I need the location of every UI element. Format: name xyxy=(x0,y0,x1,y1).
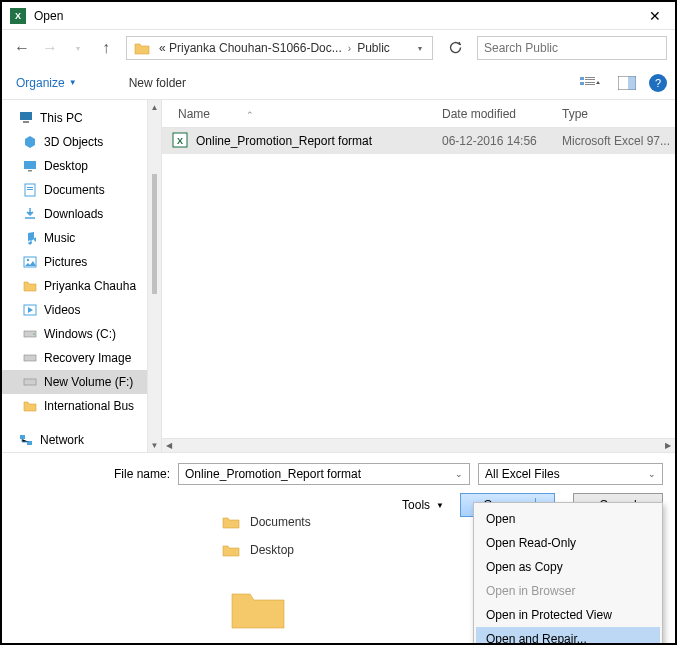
svg-rect-13 xyxy=(27,187,33,188)
tree-item[interactable]: Recovery Image xyxy=(2,346,161,370)
window-title: Open xyxy=(34,9,643,23)
tree-item[interactable]: Pictures xyxy=(2,250,161,274)
folder-icon xyxy=(131,37,153,59)
desktop-icon xyxy=(22,158,38,174)
svg-point-16 xyxy=(27,259,29,261)
music-icon xyxy=(22,230,38,246)
folder-icon xyxy=(222,543,240,557)
history-dropdown[interactable]: ▾ xyxy=(408,44,432,53)
tree-item[interactable]: Documents xyxy=(2,178,161,202)
tree-item[interactable]: Desktop xyxy=(2,154,161,178)
svg-point-19 xyxy=(33,333,35,335)
menu-open-protected[interactable]: Open in Protected View xyxy=(476,603,660,627)
sidebar-scrollbar[interactable]: ▲ ▼ xyxy=(147,100,161,452)
menu-open[interactable]: Open xyxy=(476,507,660,531)
sort-ascending-icon: ⌃ xyxy=(246,110,254,120)
crumb-segment[interactable]: « Priyanka Chouhan-S1066-Doc... xyxy=(157,41,344,55)
file-row[interactable]: X Online_Promotion_Report format 06-12-2… xyxy=(162,128,675,154)
filename-label: File name: xyxy=(114,467,170,481)
column-headers[interactable]: Name⌃ Date modified Type xyxy=(162,100,675,128)
svg-rect-2 xyxy=(585,79,595,80)
breadcrumb[interactable]: « Priyanka Chouhan-S1066-Doc... › Public… xyxy=(126,36,433,60)
file-type: Microsoft Excel 97... xyxy=(562,134,675,148)
tree-item[interactable]: 3D Objects xyxy=(2,130,161,154)
svg-rect-1 xyxy=(585,77,595,78)
drive-icon xyxy=(22,350,38,366)
tree-item[interactable]: Music xyxy=(2,226,161,250)
search-input[interactable] xyxy=(477,36,667,60)
folder-icon xyxy=(222,515,240,529)
tree-item[interactable]: Windows (C:) xyxy=(2,322,161,346)
new-folder-button[interactable]: New folder xyxy=(123,72,192,94)
object-icon xyxy=(22,134,38,150)
refresh-button[interactable] xyxy=(441,36,469,60)
svg-rect-14 xyxy=(27,189,33,190)
menu-open-readonly[interactable]: Open Read-Only xyxy=(476,531,660,555)
folder-icon xyxy=(22,398,38,414)
horizontal-scrollbar[interactable]: ◀ ▶ xyxy=(162,438,675,452)
svg-rect-20 xyxy=(24,355,36,361)
excel-icon xyxy=(10,8,26,24)
svg-rect-4 xyxy=(585,82,595,83)
scroll-up-icon: ▲ xyxy=(148,100,161,114)
svg-rect-3 xyxy=(580,82,584,85)
pc-icon xyxy=(18,110,34,126)
tree-this-pc[interactable]: This PC xyxy=(2,106,161,130)
chevron-down-icon: ⌄ xyxy=(648,469,656,479)
videos-icon xyxy=(22,302,38,318)
drive-icon xyxy=(22,374,38,390)
scroll-right-icon: ▶ xyxy=(661,439,675,452)
svg-rect-7 xyxy=(628,76,636,90)
menu-open-as-copy[interactable]: Open as Copy xyxy=(476,555,660,579)
organize-button[interactable]: Organize▼ xyxy=(10,72,83,94)
back-button[interactable]: ← xyxy=(10,36,34,60)
tree-item[interactable]: Videos xyxy=(2,298,161,322)
tree-item[interactable]: New Volume (F:) xyxy=(2,370,161,394)
crumb-segment[interactable]: Public xyxy=(355,41,392,55)
tree-network[interactable]: Network xyxy=(2,428,161,452)
file-name: Online_Promotion_Report format xyxy=(196,134,442,148)
tools-dropdown[interactable]: Tools▼ xyxy=(402,498,444,512)
close-icon[interactable]: ✕ xyxy=(643,8,667,24)
chevron-down-icon: ⌄ xyxy=(455,469,463,479)
help-icon[interactable]: ? xyxy=(649,74,667,92)
chevron-right-icon[interactable]: › xyxy=(344,43,355,54)
svg-rect-9 xyxy=(23,121,29,123)
svg-rect-10 xyxy=(24,161,36,169)
filename-input[interactable]: Online_Promotion_Report format⌄ xyxy=(178,463,470,485)
menu-open-repair[interactable]: Open and Repair... xyxy=(476,627,660,645)
view-details-icon[interactable] xyxy=(577,72,605,94)
nav-row: ← → ▾ ↑ « Priyanka Chouhan-S1066-Doc... … xyxy=(2,30,675,66)
scroll-left-icon: ◀ xyxy=(162,439,176,452)
file-list: Name⌃ Date modified Type X Online_Promot… xyxy=(162,100,675,452)
filetype-select[interactable]: All Excel Files⌄ xyxy=(478,463,663,485)
title-bar: Open ✕ xyxy=(2,2,675,30)
navigation-tree: This PC 3D Objects Desktop Documents Dow… xyxy=(2,100,162,452)
recent-dropdown[interactable]: ▾ xyxy=(66,36,90,60)
svg-rect-11 xyxy=(28,170,32,172)
tree-item[interactable]: Priyanka Chauha xyxy=(2,274,161,298)
svg-rect-0 xyxy=(580,77,584,80)
network-icon xyxy=(18,432,34,448)
open-dropdown-menu: Open Open Read-Only Open as Copy Open in… xyxy=(473,502,663,645)
svg-rect-22 xyxy=(20,435,25,439)
svg-text:X: X xyxy=(177,136,183,146)
preview-pane-icon[interactable] xyxy=(613,72,641,94)
chevron-down-icon: ▼ xyxy=(69,78,77,87)
tree-item[interactable]: International Bus xyxy=(2,394,161,418)
folder-icon xyxy=(22,278,38,294)
main-area: This PC 3D Objects Desktop Documents Dow… xyxy=(2,100,675,452)
up-button[interactable]: ↑ xyxy=(94,36,118,60)
drive-icon xyxy=(22,326,38,342)
tree-item[interactable]: Downloads xyxy=(2,202,161,226)
svg-rect-21 xyxy=(24,379,36,385)
excel-file-icon: X xyxy=(172,132,190,150)
background-window: Documents Desktop xyxy=(222,508,311,632)
folder-large-icon xyxy=(228,584,288,632)
toolbar: Organize▼ New folder ? xyxy=(2,66,675,100)
file-date: 06-12-2016 14:56 xyxy=(442,134,562,148)
documents-icon xyxy=(22,182,38,198)
svg-rect-5 xyxy=(585,84,595,85)
forward-button: → xyxy=(38,36,62,60)
scroll-down-icon: ▼ xyxy=(148,438,161,452)
